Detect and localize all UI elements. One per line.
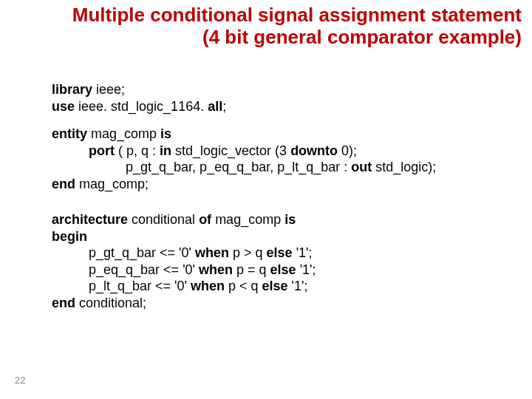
kw-is-2: is: [284, 212, 296, 227]
slide: Multiple conditional signal assignment s…: [0, 0, 532, 399]
txt-else-3: '1';: [288, 279, 308, 293]
txt-entity-name: mag_comp: [87, 126, 160, 141]
txt-eq-left: p_eq_q_bar <= '0': [89, 262, 199, 277]
kw-when-3: when: [191, 279, 225, 293]
kw-is-1: is: [160, 126, 171, 141]
txt-gt-mid: p > q: [229, 245, 267, 260]
kw-else-1: else: [267, 245, 293, 260]
txt-arch-name: conditional: [128, 212, 199, 227]
slide-title: Multiple conditional signal assignment s…: [28, 4, 522, 49]
kw-out: out: [351, 160, 372, 174]
code-block-libraries: library ieee; use ieee. std_logic_1164. …: [52, 81, 514, 115]
txt-sl-close: std_logic);: [372, 160, 436, 174]
kw-all: all: [208, 99, 222, 114]
page-number: 22: [15, 375, 25, 386]
txt-slv: std_logic_vector (3: [171, 143, 290, 158]
kw-end-2: end: [52, 296, 75, 310]
txt-eq-mid: p = q: [233, 262, 270, 277]
txt-end-arch: conditional;: [75, 296, 146, 310]
txt-lt-mid: p < q: [225, 279, 262, 293]
kw-when-2: when: [199, 262, 233, 277]
kw-in: in: [160, 143, 171, 158]
kw-begin: begin: [52, 229, 87, 244]
kw-else-3: else: [262, 279, 288, 293]
code-block-entity: entity mag_comp is port ( p, q : in std_…: [52, 126, 514, 192]
txt-arch-mid: mag_comp: [211, 212, 284, 227]
txt-pkg: ieee. std_logic_1164.: [75, 99, 208, 114]
kw-architecture: architecture: [52, 212, 128, 227]
txt-else-2: '1';: [296, 262, 316, 277]
txt-lt-left: p_lt_q_bar <= '0': [89, 279, 191, 293]
txt-else-1: '1';: [293, 245, 313, 260]
kw-use: use: [52, 99, 75, 114]
code-block-architecture: architecture conditional of mag_comp is …: [52, 211, 514, 311]
kw-of: of: [199, 212, 211, 227]
kw-port: port: [89, 143, 115, 158]
txt-zero-close: 0);: [338, 143, 357, 158]
kw-else-2: else: [270, 262, 296, 277]
txt-semi-1: ;: [222, 99, 226, 114]
txt-port-open: ( p, q :: [115, 143, 160, 158]
kw-library: library: [52, 82, 92, 97]
kw-downto: downto: [290, 143, 338, 158]
txt-out-sigs: p_gt_q_bar, p_eq_q_bar, p_lt_q_bar :: [126, 160, 351, 174]
kw-when-1: when: [195, 245, 229, 260]
title-line-2: (4 bit general comparator example): [202, 26, 522, 48]
txt-end-entity: mag_comp;: [75, 177, 149, 191]
kw-entity: entity: [52, 126, 87, 141]
kw-end-1: end: [52, 177, 75, 191]
txt-gt-left: p_gt_q_bar <= '0': [89, 245, 195, 260]
txt-ieee: ieee;: [92, 82, 125, 97]
title-line-1: Multiple conditional signal assignment s…: [72, 4, 522, 26]
